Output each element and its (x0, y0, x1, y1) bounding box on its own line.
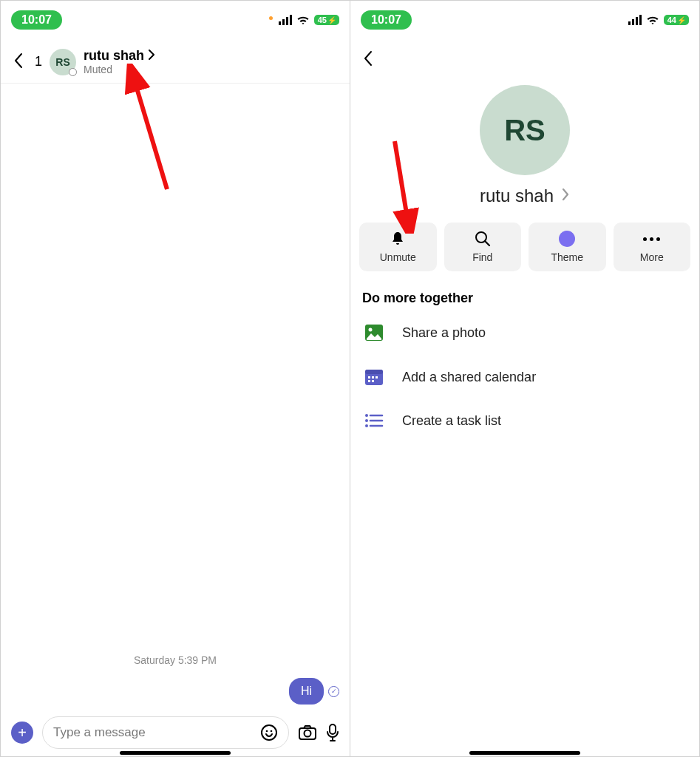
list-item-label: Add a shared calendar (402, 370, 536, 385)
add-attachment-button[interactable]: + (11, 722, 33, 744)
status-bar: 10:07 45⚡ (1, 1, 350, 35)
back-button[interactable] (359, 50, 377, 72)
status-time: 10:07 (11, 10, 62, 30)
svg-point-24 (365, 424, 368, 427)
phone-chat-screen: 10:07 45⚡ 1 RS rutu shah (1, 1, 350, 756)
message-bubble[interactable]: Hi (289, 678, 324, 705)
battery-indicator: 45⚡ (314, 15, 339, 25)
more-button[interactable]: More (614, 223, 691, 271)
mic-button[interactable] (326, 723, 339, 742)
home-indicator (120, 751, 231, 755)
action-label: More (640, 251, 664, 263)
emoji-button[interactable] (260, 724, 278, 741)
camera-icon (298, 724, 317, 741)
presence-indicator-icon (69, 68, 77, 76)
contact-name: rutu shah (480, 186, 554, 206)
svg-point-23 (365, 419, 368, 422)
svg-point-22 (365, 414, 368, 417)
shared-calendar-item[interactable]: Add a shared calendar (350, 355, 699, 399)
calendar-icon (364, 368, 384, 386)
unmute-button[interactable]: Unmute (359, 223, 437, 271)
list-item-label: Share a photo (402, 325, 486, 341)
chat-header: 1 RS rutu shah Muted (1, 35, 350, 84)
message-input[interactable] (53, 725, 253, 740)
cellular-signal-icon (628, 15, 642, 25)
list-item-label: Create a task list (402, 413, 501, 429)
action-button-row: Unmute Find Theme More (350, 206, 699, 280)
svg-rect-14 (368, 376, 370, 378)
svg-rect-6 (330, 724, 336, 734)
list-icon (364, 413, 384, 429)
theme-button[interactable]: Theme (529, 223, 606, 271)
svg-rect-17 (368, 380, 370, 382)
avatar-initials: RS (504, 114, 546, 147)
section-title: Do more together (350, 280, 699, 310)
search-icon (475, 231, 491, 247)
find-button[interactable]: Find (444, 223, 522, 271)
battery-indicator: 44⚡ (664, 15, 689, 25)
camera-button[interactable] (298, 724, 317, 741)
avatar[interactable]: RS (50, 49, 76, 75)
two-phone-screenshots: 10:07 45⚡ 1 RS rutu shah (0, 0, 700, 757)
status-time: 10:07 (361, 10, 412, 30)
task-list-item[interactable]: Create a task list (350, 399, 699, 442)
message-input-wrap (42, 716, 289, 749)
action-label: Theme (551, 251, 583, 263)
wifi-icon (646, 15, 659, 25)
action-label: Unmute (380, 251, 416, 263)
svg-point-1 (262, 725, 276, 740)
phone-contact-details-screen: 10:07 44⚡ RS rutu shah (350, 1, 699, 756)
svg-rect-18 (372, 380, 374, 382)
home-indicator (469, 751, 580, 755)
chevron-right-icon (561, 188, 570, 205)
svg-point-2 (266, 730, 268, 733)
recording-indicator-icon (269, 16, 273, 20)
chevron-right-icon (148, 50, 155, 63)
back-button[interactable] (10, 52, 27, 72)
avatar-initials: RS (55, 56, 69, 68)
action-label: Find (472, 251, 492, 263)
photo-icon (364, 324, 384, 342)
wifi-icon (296, 15, 310, 25)
message-timestamp: Saturday 5:39 PM (11, 654, 339, 666)
contact-name: rutu shah (84, 48, 144, 64)
share-photo-item[interactable]: Share a photo (350, 310, 699, 355)
chat-body: Saturday 5:39 PM Hi ✓ (1, 654, 350, 712)
svg-rect-16 (376, 376, 378, 378)
microphone-icon (326, 723, 339, 742)
svg-line-0 (134, 78, 167, 189)
ellipsis-icon (643, 231, 660, 247)
svg-line-8 (485, 241, 489, 245)
status-bar: 10:07 44⚡ (350, 1, 699, 35)
contact-title-block[interactable]: rutu shah Muted (84, 48, 155, 75)
smiley-icon (260, 724, 278, 741)
contact-name-row[interactable]: rutu shah (350, 186, 699, 206)
delivered-icon: ✓ (328, 686, 339, 697)
composer: + (1, 716, 350, 749)
svg-point-3 (271, 730, 273, 733)
muted-label: Muted (84, 64, 155, 75)
avatar: RS (480, 85, 570, 175)
svg-rect-15 (372, 376, 374, 378)
cellular-signal-icon (279, 15, 292, 25)
bell-icon (390, 231, 405, 247)
unread-count: 1 (35, 54, 42, 69)
svg-rect-13 (365, 370, 383, 374)
annotation-arrow-icon (115, 64, 182, 197)
svg-point-11 (369, 328, 373, 332)
svg-point-5 (305, 730, 311, 737)
theme-color-icon (559, 231, 575, 247)
